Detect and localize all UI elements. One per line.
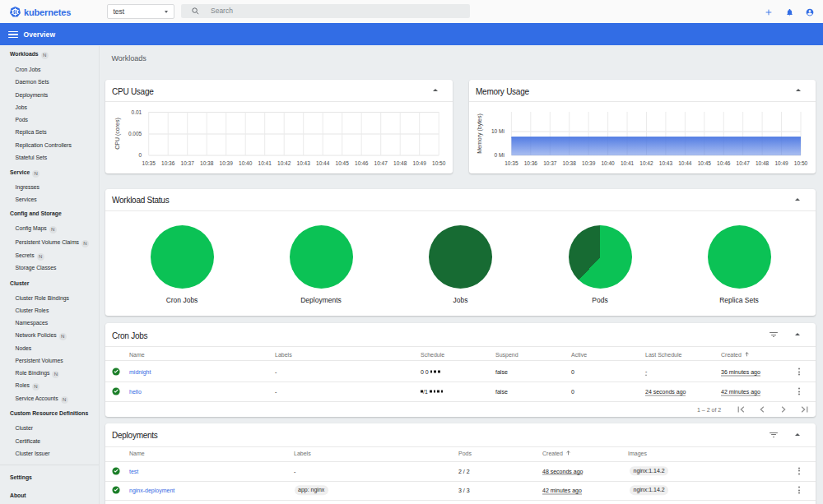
svg-text:10:41: 10:41 — [621, 160, 635, 166]
svg-text:0: 0 — [139, 152, 142, 158]
svg-text:10:49: 10:49 — [413, 160, 427, 166]
svg-text:10:40: 10:40 — [239, 160, 253, 166]
svg-text:10:50: 10:50 — [432, 160, 446, 166]
svg-text:10:43: 10:43 — [297, 160, 311, 166]
svg-text:10:48: 10:48 — [393, 160, 407, 166]
svg-text:10:42: 10:42 — [277, 160, 291, 166]
svg-text:10:46: 10:46 — [355, 160, 369, 166]
svg-text:0.01: 0.01 — [132, 109, 142, 115]
svg-text:10:49: 10:49 — [774, 160, 788, 166]
svg-text:10:37: 10:37 — [181, 160, 195, 166]
svg-text:Memory (bytes): Memory (bytes) — [477, 113, 483, 154]
svg-text:10:35: 10:35 — [142, 160, 156, 166]
svg-text:0.005: 0.005 — [128, 131, 142, 136]
svg-text:0 Mi: 0 Mi — [495, 152, 504, 158]
svg-text:CPU (cores): CPU (cores) — [114, 118, 121, 150]
svg-text:10:38: 10:38 — [200, 160, 214, 166]
svg-text:10:47: 10:47 — [374, 160, 388, 166]
svg-text:10:35: 10:35 — [504, 160, 518, 166]
svg-text:10:39: 10:39 — [220, 160, 234, 166]
svg-text:10:36: 10:36 — [161, 160, 175, 166]
svg-text:10:47: 10:47 — [737, 160, 751, 166]
svg-text:10:44: 10:44 — [316, 160, 330, 166]
svg-text:10 Mi: 10 Mi — [491, 128, 504, 134]
svg-text:10:39: 10:39 — [582, 160, 596, 166]
svg-text:10:36: 10:36 — [524, 160, 538, 166]
svg-text:10:45: 10:45 — [698, 160, 712, 166]
svg-text:10:50: 10:50 — [794, 160, 808, 166]
svg-text:10:40: 10:40 — [601, 160, 615, 166]
svg-text:10:43: 10:43 — [659, 160, 673, 166]
svg-text:10:46: 10:46 — [717, 160, 731, 166]
svg-text:10:41: 10:41 — [258, 160, 272, 166]
svg-text:10:42: 10:42 — [639, 160, 653, 166]
svg-text:10:37: 10:37 — [543, 160, 557, 166]
svg-text:10:45: 10:45 — [336, 160, 350, 166]
svg-text:10:44: 10:44 — [678, 160, 692, 166]
svg-text:10:48: 10:48 — [756, 160, 770, 166]
svg-text:10:38: 10:38 — [563, 160, 577, 166]
